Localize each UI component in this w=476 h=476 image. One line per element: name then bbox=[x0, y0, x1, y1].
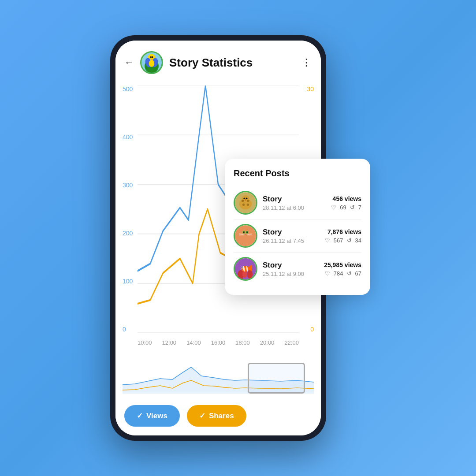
x-label-1200: 12:00 bbox=[162, 339, 177, 346]
post-name-2: Story bbox=[263, 228, 320, 237]
likes-count-2: 567 bbox=[334, 237, 343, 244]
svg-point-33 bbox=[243, 231, 245, 233]
post-date-3: 25.11.12 at 9:00 bbox=[263, 271, 319, 277]
x-axis: 10:00 12:00 14:00 16:00 18:00 20:00 22:0… bbox=[138, 339, 299, 346]
y-label-300: 300 bbox=[123, 182, 133, 189]
shares-button[interactable]: ✓ Shares bbox=[187, 405, 246, 427]
svg-point-44 bbox=[247, 270, 253, 279]
post-thumb-3 bbox=[234, 257, 257, 281]
post-stats-3: 25,985 views ♡ 784 ↺ 67 bbox=[324, 261, 361, 277]
shares-count-2: 34 bbox=[355, 237, 361, 244]
svg-point-22 bbox=[247, 204, 249, 206]
mini-chart-area bbox=[115, 359, 321, 399]
x-label-2200: 22:00 bbox=[284, 339, 299, 346]
y-label-200: 200 bbox=[123, 230, 133, 237]
shares-count-3: 67 bbox=[355, 270, 361, 277]
post-thumb-1 bbox=[234, 191, 257, 215]
recent-posts-card: Recent Posts bbox=[225, 159, 370, 295]
post-item-3[interactable]: Story 25.11.12 at 9:00 25,985 views ♡ 78… bbox=[234, 253, 361, 285]
post-views-3: 25,985 views bbox=[324, 261, 361, 268]
card-title: Recent Posts bbox=[234, 168, 361, 178]
post-info-1: Story 28.11.12 at 6:00 bbox=[263, 195, 326, 211]
mini-selector[interactable] bbox=[248, 363, 305, 394]
heart-icon-3: ♡ bbox=[325, 270, 330, 277]
shares-label: Shares bbox=[209, 412, 234, 420]
post-stats-2: 7,876 views ♡ 567 ↺ 34 bbox=[325, 228, 361, 244]
post-info-3: Story 25.11.12 at 9:00 bbox=[263, 261, 319, 277]
views-check: ✓ bbox=[137, 411, 143, 420]
post-likes-shares-2: ♡ 567 ↺ 34 bbox=[325, 237, 361, 244]
post-likes-shares-1: ♡ 69 ↺ 7 bbox=[331, 204, 361, 211]
y-label-100: 100 bbox=[123, 278, 133, 285]
post-name-3: Story bbox=[263, 261, 319, 270]
post-name-1: Story bbox=[263, 195, 326, 204]
views-button[interactable]: ✓ Views bbox=[124, 405, 180, 427]
post-views-2: 7,876 views bbox=[325, 228, 361, 235]
svg-point-49 bbox=[242, 267, 243, 268]
y-axis-left: 500 400 300 200 100 0 bbox=[123, 86, 133, 333]
x-label-2000: 20:00 bbox=[260, 339, 275, 346]
svg-point-18 bbox=[242, 195, 249, 203]
share-icon-1: ↺ bbox=[350, 204, 355, 211]
y-right-0: 0 bbox=[307, 326, 314, 333]
x-label-1400: 14:00 bbox=[186, 339, 201, 346]
likes-count-3: 784 bbox=[334, 270, 343, 277]
svg-point-19 bbox=[242, 200, 244, 202]
more-button[interactable]: ⋮ bbox=[301, 57, 312, 68]
post-item-2[interactable]: Story 26.11.12 at 7:45 7,876 views ♡ 567… bbox=[234, 219, 361, 253]
post-likes-shares-3: ♡ 784 ↺ 67 bbox=[324, 270, 361, 277]
post-stats-1: 456 views ♡ 69 ↺ 7 bbox=[331, 195, 361, 211]
svg-point-28 bbox=[241, 228, 250, 238]
y-label-0: 0 bbox=[123, 326, 133, 333]
bottom-buttons: ✓ Views ✓ Shares bbox=[115, 399, 321, 435]
page-title: Story Statistics bbox=[169, 56, 295, 70]
heart-icon-1: ♡ bbox=[331, 204, 336, 211]
avatar bbox=[140, 51, 163, 74]
shares-check: ✓ bbox=[199, 411, 205, 420]
header: ← bbox=[115, 41, 321, 81]
post-thumb-2 bbox=[234, 224, 257, 248]
shares-count-1: 7 bbox=[358, 204, 361, 211]
post-views-1: 456 views bbox=[331, 195, 361, 202]
post-date-2: 26.11.12 at 7:45 bbox=[263, 238, 320, 244]
x-label-1600: 16:00 bbox=[211, 339, 226, 346]
svg-point-25 bbox=[245, 199, 246, 201]
post-date-1: 28.11.12 at 6:00 bbox=[263, 205, 326, 211]
svg-point-20 bbox=[247, 200, 249, 202]
x-label-1800: 18:00 bbox=[235, 339, 250, 346]
post-info-2: Story 26.11.12 at 7:45 bbox=[263, 228, 320, 244]
heart-icon-2: ♡ bbox=[325, 237, 330, 244]
views-label: Views bbox=[146, 412, 167, 420]
back-button[interactable]: ← bbox=[124, 57, 134, 68]
svg-point-23 bbox=[244, 197, 245, 199]
svg-point-24 bbox=[246, 197, 248, 199]
share-icon-2: ↺ bbox=[347, 237, 352, 244]
share-icon-3: ↺ bbox=[347, 270, 352, 277]
svg-point-4 bbox=[150, 56, 152, 58]
mini-chart bbox=[123, 363, 314, 394]
y-label-500: 500 bbox=[123, 86, 133, 93]
likes-count-1: 69 bbox=[340, 204, 346, 211]
post-item-1[interactable]: Story 28.11.12 at 6:00 456 views ♡ 69 ↺ … bbox=[234, 186, 361, 219]
svg-point-34 bbox=[246, 231, 248, 233]
x-label-1000: 10:00 bbox=[138, 339, 152, 346]
svg-point-5 bbox=[152, 56, 153, 58]
y-label-400: 400 bbox=[123, 134, 133, 141]
svg-point-8 bbox=[149, 60, 154, 67]
svg-point-21 bbox=[242, 204, 245, 206]
y-right-30: 30 bbox=[307, 86, 314, 93]
